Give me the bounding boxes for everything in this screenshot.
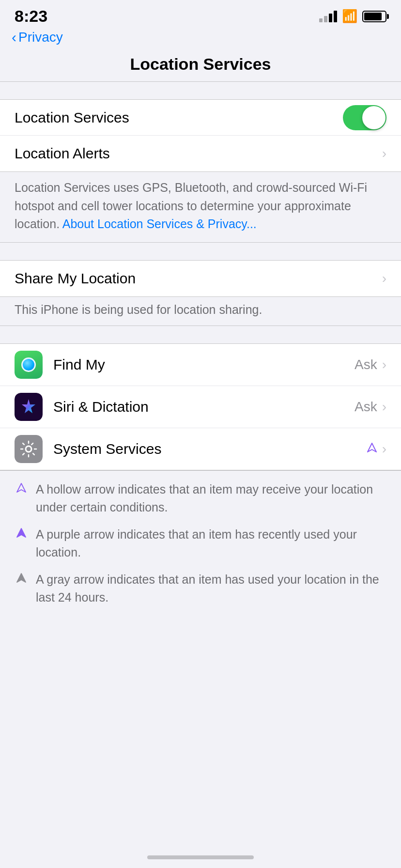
- back-chevron-icon: ‹: [12, 30, 16, 45]
- siri-status: Ask: [355, 399, 377, 415]
- share-location-group: Share My Location ›: [0, 260, 401, 297]
- share-my-location-chevron-icon: ›: [382, 271, 386, 286]
- back-row: ‹ Privacy: [0, 29, 401, 51]
- section-gap-2: [0, 243, 401, 260]
- legend-hollow-item: A hollow arrow indicates that an item ma…: [15, 480, 386, 517]
- legend-gray-item: A gray arrow indicates that an item has …: [15, 571, 386, 607]
- location-services-group: Location Services Location Alerts ›: [0, 99, 401, 172]
- location-alerts-label: Location Alerts: [15, 145, 382, 162]
- findmy-app-name: Find My: [53, 356, 355, 373]
- location-services-label: Location Services: [15, 109, 343, 126]
- findmy-row[interactable]: Find My Ask ›: [0, 344, 401, 386]
- battery-icon: [362, 11, 386, 22]
- status-icons: 📶: [319, 9, 386, 24]
- home-indicator: [147, 855, 254, 859]
- svg-point-1: [26, 446, 31, 452]
- legend-gray-text: A gray arrow indicates that an item has …: [36, 571, 386, 607]
- info-link[interactable]: About Location Services & Privacy...: [62, 217, 257, 231]
- system-services-row[interactable]: System Services ›: [0, 428, 401, 470]
- location-alerts-row[interactable]: Location Alerts ›: [0, 136, 401, 171]
- siri-icon: [15, 393, 43, 421]
- siri-app-name: Siri & Dictation: [53, 399, 355, 415]
- legend-purple-text: A purple arrow indicates that an item ha…: [36, 526, 386, 562]
- section-gap-1: [0, 82, 401, 99]
- location-services-toggle[interactable]: [343, 105, 386, 130]
- svg-marker-0: [22, 399, 35, 413]
- siri-chevron-icon: ›: [382, 399, 386, 415]
- toggle-knob: [362, 106, 386, 129]
- nav-header: Location Services: [0, 51, 401, 82]
- legend-hollow-text: A hollow arrow indicates that an item ma…: [36, 480, 386, 517]
- system-services-app-name: System Services: [53, 441, 367, 457]
- purple-arrow-icon: [15, 527, 28, 542]
- hollow-arrow-icon: [15, 481, 28, 496]
- section-gap-3: [0, 326, 401, 343]
- page-title: Location Services: [130, 55, 271, 73]
- findmy-status: Ask: [355, 357, 377, 372]
- location-alerts-chevron-icon: ›: [382, 146, 386, 161]
- back-button[interactable]: ‹ Privacy: [12, 30, 63, 45]
- system-services-icon: [15, 435, 43, 463]
- findmy-icon: [15, 351, 43, 379]
- share-my-location-row[interactable]: Share My Location ›: [0, 261, 401, 296]
- status-time: 8:23: [15, 7, 47, 26]
- system-services-chevron-icon: ›: [382, 441, 386, 457]
- gray-arrow-icon: [15, 572, 28, 587]
- legend-section: A hollow arrow indicates that an item ma…: [0, 470, 401, 617]
- legend-purple-item: A purple arrow indicates that an item ha…: [15, 526, 386, 562]
- wifi-icon: 📶: [342, 9, 357, 24]
- location-services-info: Location Services uses GPS, Bluetooth, a…: [0, 172, 401, 243]
- share-my-location-label: Share My Location: [15, 270, 382, 287]
- siri-row[interactable]: Siri & Dictation Ask ›: [0, 386, 401, 428]
- apps-group: Find My Ask › Siri & Dictation: [0, 343, 401, 470]
- findmy-chevron-icon: ›: [382, 357, 386, 372]
- status-bar: 8:23 📶: [0, 0, 401, 29]
- signal-bars-icon: [319, 11, 337, 22]
- back-label: Privacy: [18, 30, 63, 45]
- sharing-note-text: This iPhone is being used for location s…: [15, 303, 262, 316]
- system-services-location-arrow-icon: [367, 441, 377, 456]
- location-services-row: Location Services: [0, 100, 401, 136]
- bottom-spacer: [0, 617, 401, 713]
- sharing-note: This iPhone is being used for location s…: [0, 297, 401, 326]
